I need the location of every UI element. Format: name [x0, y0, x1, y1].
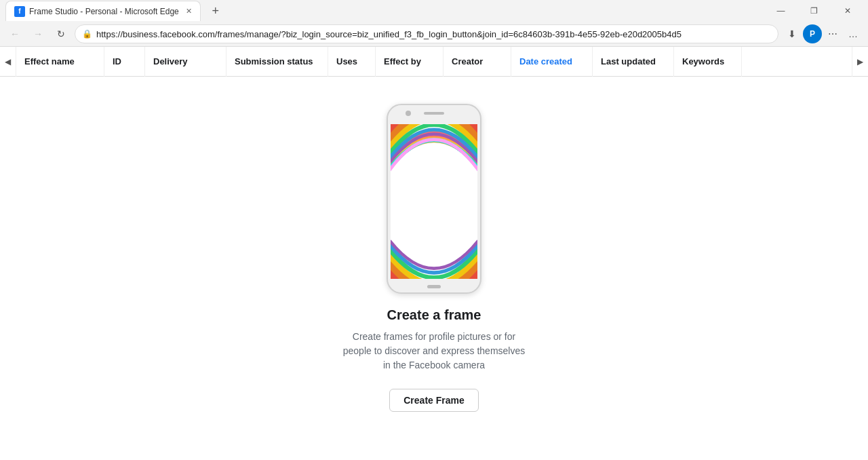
title-bar-left: f Frame Studio - Personal - Microsoft Ed…	[5, 1, 225, 21]
tab-favicon: f	[14, 6, 25, 17]
profile-button[interactable]: P	[803, 24, 822, 43]
download-button[interactable]: ⬇	[783, 24, 802, 43]
browser-actions: ⬇ P ⋯ …	[783, 24, 863, 43]
window-controls: — ❐ ✕	[766, 1, 863, 20]
refresh-button[interactable]: ↻	[52, 24, 71, 43]
rainbow-svg	[391, 124, 477, 279]
col-submission-status[interactable]: Submission status	[226, 47, 328, 77]
col-creator[interactable]: Creator	[443, 47, 511, 77]
browser-chrome: f Frame Studio - Personal - Microsoft Ed…	[0, 0, 868, 47]
phone-home-button	[427, 285, 441, 288]
col-id[interactable]: ID	[104, 47, 145, 77]
empty-state-description: Create frames for profile pictures or fo…	[339, 330, 529, 372]
col-effect-name[interactable]: Effect name	[16, 47, 104, 77]
lock-icon: 🔒	[82, 29, 92, 39]
col-last-updated[interactable]: Last updated	[593, 47, 674, 77]
table-header: ◀ Effect name ID Delivery Submission sta…	[0, 47, 868, 77]
address-bar[interactable]: 🔒 https://business.facebook.com/frames/m…	[75, 24, 778, 43]
phone-camera	[406, 111, 411, 116]
new-tab-btn[interactable]: +	[206, 1, 225, 20]
empty-state: Create a frame Create frames for profile…	[0, 77, 868, 412]
url-text: https://business.facebook.com/frames/man…	[96, 29, 771, 39]
scroll-left-button[interactable]: ◀	[0, 47, 16, 77]
forward-button[interactable]: →	[28, 24, 47, 43]
phone-body	[387, 104, 481, 294]
minimize-button[interactable]: —	[766, 1, 796, 20]
extensions-button[interactable]: ⋯	[823, 24, 842, 43]
col-delivery[interactable]: Delivery	[145, 47, 226, 77]
page-content: ◀ Effect name ID Delivery Submission sta…	[0, 47, 868, 460]
scroll-right-button[interactable]: ▶	[852, 47, 868, 77]
phone-speaker	[424, 112, 444, 115]
table-columns: Effect name ID Delivery Submission statu…	[16, 47, 868, 77]
tab-close-icon[interactable]: ✕	[186, 7, 192, 16]
browser-tab[interactable]: f Frame Studio - Personal - Microsoft Ed…	[5, 1, 201, 21]
address-bar-row: ← → ↻ 🔒 https://business.facebook.com/fr…	[0, 22, 868, 46]
col-effect-by[interactable]: Effect by	[376, 47, 443, 77]
phone-illustration	[387, 104, 481, 294]
settings-button[interactable]: …	[844, 24, 863, 43]
tab-label: Frame Studio - Personal - Microsoft Edge	[29, 7, 179, 16]
title-bar: f Frame Studio - Personal - Microsoft Ed…	[0, 0, 868, 22]
restore-button[interactable]: ❐	[799, 1, 829, 20]
col-date-created[interactable]: Date created	[511, 47, 593, 77]
create-frame-button[interactable]: Create Frame	[389, 389, 479, 412]
col-keywords[interactable]: Keywords	[674, 47, 742, 77]
back-button[interactable]: ←	[5, 24, 24, 43]
close-button[interactable]: ✕	[832, 1, 863, 20]
empty-state-title: Create a frame	[387, 307, 481, 323]
phone-screen	[391, 124, 477, 279]
col-uses[interactable]: Uses	[328, 47, 376, 77]
